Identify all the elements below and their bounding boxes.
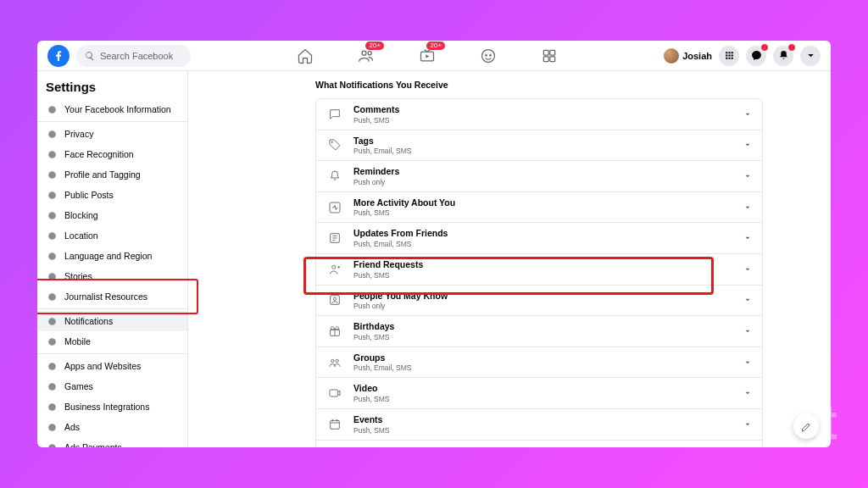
chevron-down-icon <box>743 137 752 152</box>
nav-gaming[interactable] <box>540 47 559 65</box>
svg-point-35 <box>331 359 334 362</box>
notification-row-comments[interactable]: CommentsPush, SMS <box>316 99 762 130</box>
notification-row-updates-from-friends[interactable]: Updates From FriendsPush, Email, SMS <box>316 223 762 254</box>
notification-row-events[interactable]: EventsPush, SMS <box>316 409 762 441</box>
notification-row-more-activity-about-you[interactable]: More Activity About YouPush, SMS <box>316 192 762 224</box>
nav-friends[interactable]: 20+ <box>357 47 376 65</box>
chevron-down-icon <box>743 324 752 339</box>
account-dropdown[interactable] <box>800 46 821 66</box>
notification-subtitle: Push, SMS <box>353 395 733 403</box>
sidebar-item-face-recognition[interactable]: Face Recognition <box>37 144 187 164</box>
nav-home[interactable] <box>296 47 314 65</box>
right-icons: Josiah <box>664 46 821 66</box>
nav-friends-badge: 20+ <box>365 42 384 51</box>
svg-point-20 <box>48 318 56 325</box>
sidebar-item-label: Face Recognition <box>64 149 134 159</box>
chevron-down-icon <box>743 200 752 215</box>
sidebar-item-label: Language and Region <box>64 251 152 261</box>
sidebar-item-icon <box>46 421 58 433</box>
sidebar-item-journalist-resources[interactable]: Journalist Resources <box>37 286 187 307</box>
chevron-down-icon <box>743 262 752 277</box>
bell-icon <box>326 168 343 185</box>
notifications-button[interactable] <box>773 46 793 66</box>
sidebar-item-mobile[interactable]: Mobile <box>37 331 187 352</box>
search-placeholder: Search Facebook <box>100 51 173 61</box>
profile-chip[interactable]: Josiah <box>664 48 712 64</box>
chevron-down-icon <box>743 417 752 432</box>
notification-row-video[interactable]: VideoPush, SMS <box>316 378 762 409</box>
messenger-button[interactable] <box>746 46 766 66</box>
sidebar: Settings Your Facebook InformationPrivac… <box>37 71 188 447</box>
notification-title: Tags <box>353 136 733 147</box>
svg-rect-7 <box>550 50 555 55</box>
sidebar-item-label: Notifications <box>64 316 113 326</box>
comment-icon <box>326 106 343 123</box>
chevron-down-icon <box>743 169 752 184</box>
notification-row-tags[interactable]: TagsPush, Email, SMS <box>316 130 762 162</box>
chevron-down-icon <box>743 385 752 401</box>
svg-rect-9 <box>550 56 555 61</box>
notification-row-groups[interactable]: GroupsPush, Email, SMS <box>316 347 762 379</box>
search-input[interactable]: Search Facebook <box>76 45 191 67</box>
edit-fab[interactable] <box>793 413 819 439</box>
sidebar-item-label: Stories <box>64 271 92 281</box>
sidebar-item-icon <box>46 336 58 347</box>
notification-title: People You May Know <box>353 291 733 302</box>
sidebar-item-business-integrations[interactable]: Business Integrations <box>37 396 187 417</box>
notification-subtitle: Push, Email, SMS <box>353 147 733 155</box>
nav-watch-badge: 20+ <box>426 42 445 51</box>
sidebar-item-label: Privacy <box>64 129 93 139</box>
notification-text: RemindersPush only <box>353 166 733 186</box>
notification-row-birthdays[interactable]: BirthdaysPush, SMS <box>316 316 762 347</box>
nav-groups[interactable] <box>479 47 498 65</box>
messenger-badge <box>760 43 769 52</box>
facebook-logo[interactable] <box>47 45 70 67</box>
sidebar-item-stories[interactable]: Stories <box>37 266 187 286</box>
notification-row-pages-you-manage[interactable]: Pages You ManagePush, Email, SMS <box>316 441 762 447</box>
svg-point-13 <box>48 171 56 179</box>
notification-row-friend-requests[interactable]: Friend RequestsPush, SMS <box>316 254 762 286</box>
app-window: Search Facebook 20+ 20+ J <box>37 41 831 447</box>
svg-point-1 <box>368 51 371 54</box>
sidebar-item-ads[interactable]: Ads <box>37 417 187 437</box>
sidebar-item-label: Mobile <box>64 336 91 347</box>
svg-point-12 <box>48 151 56 158</box>
notification-title: More Activity About You <box>353 197 733 208</box>
svg-rect-37 <box>330 390 337 396</box>
svg-rect-38 <box>331 420 340 429</box>
sidebar-item-profile-and-tagging[interactable]: Profile and Tagging <box>37 164 187 185</box>
sidebar-item-icon <box>46 169 58 180</box>
sidebar-item-blocking[interactable]: Blocking <box>37 205 187 225</box>
notification-row-reminders[interactable]: RemindersPush only <box>316 161 762 192</box>
group-icon <box>326 354 343 371</box>
nav-watch[interactable]: 20+ <box>418 47 437 65</box>
sidebar-item-location[interactable]: Location <box>37 225 187 246</box>
notification-subtitle: Push only <box>353 302 733 310</box>
sidebar-item-apps-and-websites[interactable]: Apps and Websites <box>37 356 187 376</box>
svg-point-19 <box>48 293 56 301</box>
sidebar-item-label: Apps and Websites <box>64 361 141 371</box>
svg-point-11 <box>48 130 56 138</box>
notification-text: Pages You ManagePush, Email, SMS <box>353 446 733 447</box>
chevron-down-icon <box>743 230 752 246</box>
sidebar-item-label: Ads Payments <box>64 442 122 447</box>
svg-point-5 <box>489 53 492 55</box>
section-title: What Notifications You Receive <box>315 80 763 90</box>
sidebar-item-public-posts[interactable]: Public Posts <box>37 185 187 205</box>
svg-point-4 <box>485 53 487 55</box>
sidebar-item-your-facebook-information[interactable]: Your Facebook Information <box>37 99 187 119</box>
sidebar-item-notifications[interactable]: Notifications <box>37 311 187 331</box>
sidebar-item-privacy[interactable]: Privacy <box>37 124 187 144</box>
people-icon <box>326 291 343 308</box>
svg-point-21 <box>48 338 56 346</box>
svg-point-36 <box>336 359 338 362</box>
menu-button[interactable] <box>719 46 739 66</box>
sidebar-item-language-and-region[interactable]: Language and Region <box>37 246 187 266</box>
notification-text: CommentsPush, SMS <box>353 104 733 125</box>
sidebar-item-ads-payments[interactable]: Ads Payments <box>37 437 187 447</box>
notification-title: Groups <box>353 352 733 363</box>
sidebar-item-games[interactable]: Games <box>37 376 187 396</box>
user-name: Josiah <box>682 51 712 61</box>
notification-row-people-you-may-know[interactable]: People You May KnowPush only <box>316 286 762 317</box>
notification-text: VideoPush, SMS <box>353 383 733 403</box>
